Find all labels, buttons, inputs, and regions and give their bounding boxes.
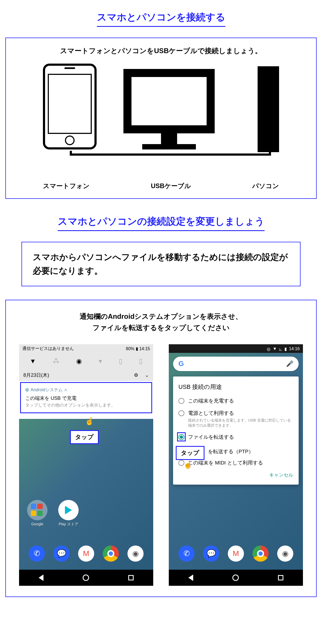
quick-settings[interactable]: ▼ ⁂ ◉ ▾ ▯ ▯ bbox=[19, 353, 153, 369]
label-cable: USBケーブル bbox=[151, 182, 191, 190]
notification-app-name: Androidシステム ∧ bbox=[25, 387, 147, 393]
usb-cable-icon bbox=[70, 153, 271, 156]
radio-charge[interactable]: この端末を充電する bbox=[178, 397, 293, 404]
battery-icon: ▮ bbox=[136, 346, 138, 351]
dock-2: ✆ 💬 M ◉ bbox=[169, 543, 303, 564]
back-button-2[interactable] bbox=[188, 575, 193, 581]
android-icon bbox=[25, 388, 29, 392]
messages-app-icon-2[interactable]: 💬 bbox=[203, 546, 219, 562]
settings-gear-icon[interactable]: ⚙ bbox=[134, 372, 138, 378]
instruction-text: 通知欄のAndroidシステムオプションを表示させ、 ファイルを転送するをタップ… bbox=[17, 311, 305, 333]
label-smartphone: スマートフォン bbox=[43, 182, 90, 190]
battery-percent: 80% bbox=[126, 346, 134, 351]
radio-power-supply[interactable]: 電源として利用する 接続されている端末を充電します。USB 充電に対応している端… bbox=[178, 410, 293, 428]
google-search-bar[interactable]: G 🎤 bbox=[173, 357, 299, 371]
label-pc: パソコン bbox=[252, 182, 279, 190]
section1-title: スマホとパソコンを接続する bbox=[97, 11, 225, 27]
recents-button[interactable] bbox=[128, 575, 134, 580]
phone-screenshot-1: 通信サービスはありません 80% ▮ 14:15 ▼ ⁂ ◉ ▾ ▯ ▯ 8月2… bbox=[19, 344, 153, 586]
google-folder[interactable] bbox=[27, 500, 47, 520]
section1-box: スマートフォンとパソコンをUSBケーブルで接続しましょう。 スマートフォン US… bbox=[5, 38, 317, 199]
gmail-app-icon[interactable]: M bbox=[78, 546, 94, 562]
notification-highlight: Androidシステム ∧ この端末を USB で充電 タップしてその他のオプシ… bbox=[20, 382, 152, 413]
radio-ptp[interactable]: を転送する（PTP） bbox=[208, 448, 254, 455]
home-button[interactable] bbox=[83, 575, 89, 581]
status-bar: 通信サービスはありません 80% ▮ 14:15 bbox=[19, 344, 153, 353]
dock: ✆ 💬 M ◉ bbox=[19, 543, 153, 564]
notification-title: この端末を USB で充電 bbox=[25, 395, 147, 401]
dnd-icon[interactable]: ◉ bbox=[76, 357, 82, 365]
flashlight-icon[interactable]: ▾ bbox=[99, 357, 102, 365]
radio-power-desc: 接続されている端末を充電します。USB 充電に対応している端末でのみ選択できます… bbox=[188, 418, 293, 428]
android-system-notification[interactable]: Androidシステム ∧ この端末を USB で充電 タップしてその他のオプシ… bbox=[21, 383, 151, 412]
battery-saver-icon[interactable]: ▯ bbox=[139, 357, 142, 365]
camera-app-icon[interactable]: ◉ bbox=[127, 546, 144, 562]
rotation-icon[interactable]: ▯ bbox=[119, 357, 122, 365]
cursor-icon: ☝ bbox=[85, 417, 94, 426]
mic-icon[interactable]: 🎤 bbox=[286, 360, 293, 367]
wifi-icon[interactable]: ▼ bbox=[30, 357, 36, 365]
phone-app-icon[interactable]: ✆ bbox=[29, 546, 45, 562]
nav-bar-2 bbox=[169, 570, 303, 586]
camera-app-icon-2[interactable]: ◉ bbox=[277, 546, 293, 562]
phone-app-icon-2[interactable]: ✆ bbox=[178, 546, 195, 562]
clock-2: 14:16 bbox=[289, 346, 300, 351]
connection-diagram bbox=[27, 64, 295, 182]
tap-callout-2: タップ bbox=[176, 446, 204, 460]
play-store-icon[interactable] bbox=[58, 500, 79, 520]
clock: 14:15 bbox=[139, 346, 150, 351]
section2-title: スマホとパソコンの接続設定を変更しましょう bbox=[58, 215, 265, 231]
home-folders: Google Play ストア bbox=[27, 500, 79, 527]
wifi-status-icon: ▼ bbox=[273, 346, 277, 351]
bluetooth-icon[interactable]: ⁂ bbox=[53, 357, 59, 365]
monitor-icon bbox=[123, 69, 215, 152]
battery-status-icon: ▮ bbox=[284, 346, 287, 352]
phone-screenshot-2: ◎ ▼ ◣ ▮ 14:16 G 🎤 USB 接続の用途 この端末を充電する bbox=[169, 344, 303, 586]
radio-midi[interactable]: この端末を MIDI として利用する bbox=[178, 459, 293, 466]
status-bar-dark: ◎ ▼ ◣ ▮ 14:16 bbox=[169, 344, 303, 354]
chrome-app-icon-2[interactable] bbox=[253, 546, 269, 562]
date-text: 8月23日(木) bbox=[23, 372, 49, 378]
home-button-2[interactable] bbox=[232, 575, 239, 581]
radio-highlight bbox=[177, 432, 186, 441]
google-logo: G bbox=[178, 360, 184, 368]
sync-icon: ◎ bbox=[267, 346, 270, 352]
section2-subtitle: スマホからパソコンへファイルを移動するためには接続の設定が必要になります。 bbox=[21, 242, 301, 286]
carrier-text: 通信サービスはありません bbox=[22, 346, 74, 352]
nav-bar bbox=[19, 570, 153, 586]
recents-button-2[interactable] bbox=[278, 575, 283, 580]
pc-tower-icon bbox=[258, 66, 279, 152]
gmail-app-icon-2[interactable]: M bbox=[228, 546, 244, 562]
section1-intro: スマートフォンとパソコンをUSBケーブルで接続しましょう。 bbox=[14, 46, 308, 56]
smartphone-icon bbox=[43, 64, 97, 149]
phones-box: 通知欄のAndroidシステムオプションを表示させ、 ファイルを転送するをタップ… bbox=[5, 300, 317, 597]
signal-icon: ◣ bbox=[279, 346, 282, 352]
radio-file-transfer[interactable]: ファイルを転送する bbox=[178, 434, 293, 441]
messages-app-icon[interactable]: 💬 bbox=[53, 546, 69, 562]
tap-callout-1: タップ bbox=[70, 430, 99, 444]
chrome-app-icon[interactable] bbox=[103, 546, 119, 562]
notification-subtitle: タップしてその他のオプションを表示します。 bbox=[25, 402, 147, 408]
back-button[interactable] bbox=[39, 575, 43, 581]
dialog-title: USB 接続の用途 bbox=[178, 383, 293, 391]
cursor-icon-2: ☝ bbox=[183, 460, 193, 469]
cancel-button[interactable]: キャンセル bbox=[178, 472, 293, 478]
expand-icon[interactable]: ⌄ bbox=[145, 372, 149, 378]
